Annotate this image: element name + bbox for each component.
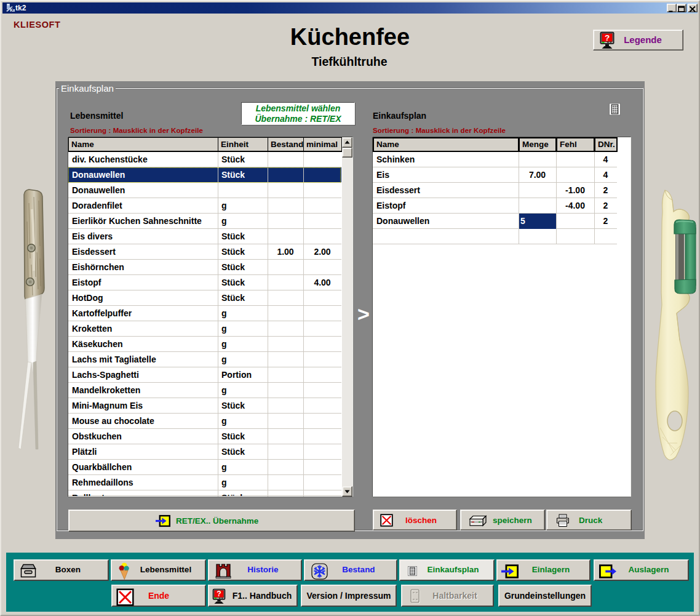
svg-text:Ka: Ka: [10, 8, 15, 12]
svg-text:?: ?: [605, 33, 610, 42]
